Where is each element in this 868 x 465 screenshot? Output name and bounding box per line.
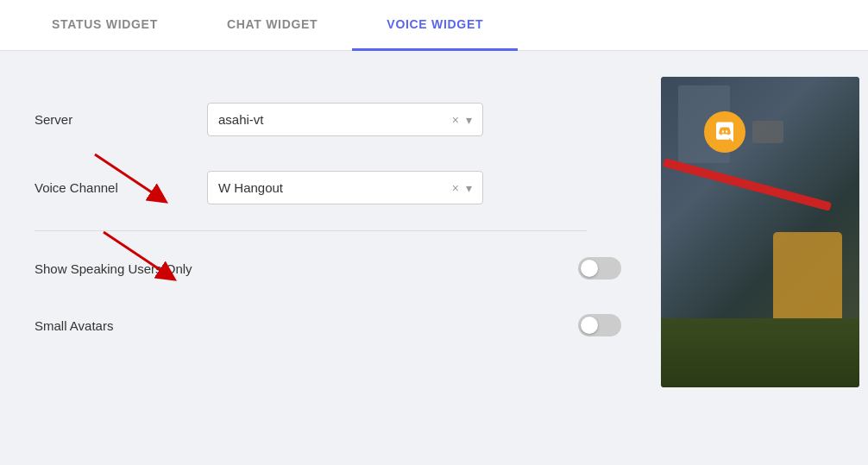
tabs-bar: STATUS WIDGET CHAT WIDGET VOICE WIDGET — [0, 0, 868, 51]
server-field-row: Server asahi-vt × ▾ — [35, 85, 626, 154]
discord-logo — [704, 111, 745, 153]
voice-channel-select-wrapper: W Hangout × ▾ — [207, 171, 483, 204]
show-speaking-toggle[interactable] — [578, 257, 621, 280]
tab-status-widget[interactable]: STATUS WIDGET — [17, 0, 192, 51]
tab-chat-widget[interactable]: CHAT WIDGET — [192, 0, 352, 51]
server-select-wrapper: asahi-vt × ▾ — [207, 103, 483, 136]
server-label: Server — [35, 112, 207, 127]
voice-channel-select-value: W Hangout — [218, 180, 452, 195]
preview-panel — [661, 68, 868, 443]
small-avatars-label: Small Avatars — [35, 318, 578, 333]
server-clear-icon[interactable]: × — [452, 113, 459, 127]
arrow-voice-channel — [95, 228, 198, 288]
small-avatars-toggle[interactable] — [578, 314, 621, 336]
voice-channel-select-actions: × ▾ — [452, 181, 472, 195]
voice-channel-select[interactable]: W Hangout × ▾ — [207, 171, 483, 204]
small-avatars-toggle-row: Small Avatars — [35, 297, 621, 354]
server-select-value: asahi-vt — [218, 112, 452, 127]
settings-panel: Server asahi-vt × ▾ Voice Channel W Hang… — [0, 68, 661, 443]
content-area: Server asahi-vt × ▾ Voice Channel W Hang… — [0, 51, 868, 460]
voice-channel-clear-icon[interactable]: × — [452, 181, 459, 195]
svg-line-3 — [104, 232, 168, 275]
voice-channel-chevron-icon[interactable]: ▾ — [466, 181, 472, 195]
server-select-actions: × ▾ — [452, 113, 472, 127]
discord-overlay — [704, 111, 783, 153]
discord-user-box — [752, 121, 783, 143]
preview-image — [661, 77, 859, 387]
tab-voice-widget[interactable]: VOICE WIDGET — [352, 0, 518, 51]
svg-line-1 — [95, 154, 160, 198]
server-select[interactable]: asahi-vt × ▾ — [207, 103, 483, 136]
arrow-server — [86, 150, 190, 211]
server-chevron-icon[interactable]: ▾ — [466, 113, 472, 127]
